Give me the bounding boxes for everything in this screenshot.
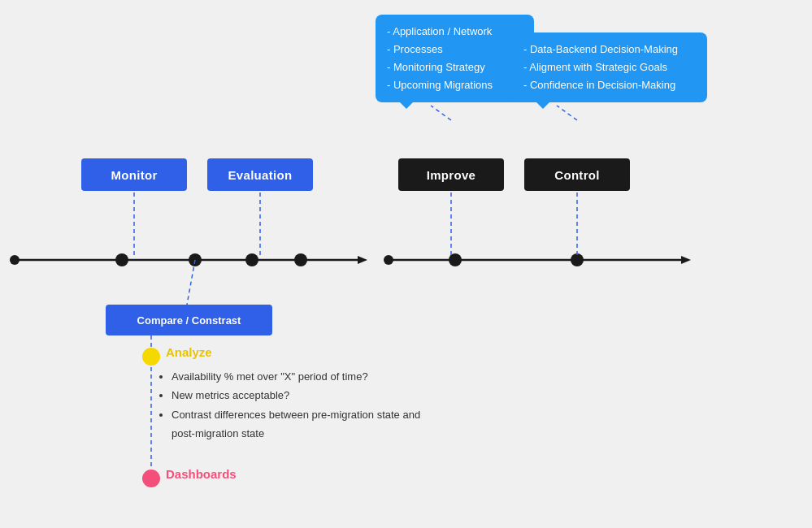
svg-marker-8 [681, 256, 691, 264]
svg-marker-1 [358, 256, 367, 264]
svg-line-19 [431, 106, 451, 120]
svg-point-2 [10, 255, 20, 265]
timeline-1 [0, 0, 812, 528]
analyze-bullets: Availability % met over "X" period of ti… [158, 367, 440, 444]
svg-point-6 [294, 253, 307, 266]
svg-point-10 [449, 253, 462, 266]
svg-line-14 [187, 260, 195, 305]
svg-point-3 [115, 253, 128, 266]
canvas: - Application / Network - Processes - Mo… [0, 0, 812, 528]
analyze-bullet-1: Availability % met over "X" period of ti… [172, 367, 440, 386]
compare-contrast-label: Compare / Constrast [106, 305, 272, 335]
svg-point-11 [571, 253, 584, 266]
analyze-bullet-3: Contrast differences between pre-migrati… [172, 405, 440, 444]
dashboards-dot [142, 470, 160, 487]
analyze-label: Analyze [166, 345, 212, 359]
svg-point-5 [245, 253, 258, 266]
analyze-dot [142, 348, 160, 366]
svg-line-20 [557, 106, 577, 120]
dashboards-label: Dashboards [166, 467, 237, 481]
svg-point-9 [384, 255, 393, 265]
analyze-bullet-2: New metrics acceptable? [172, 386, 440, 405]
